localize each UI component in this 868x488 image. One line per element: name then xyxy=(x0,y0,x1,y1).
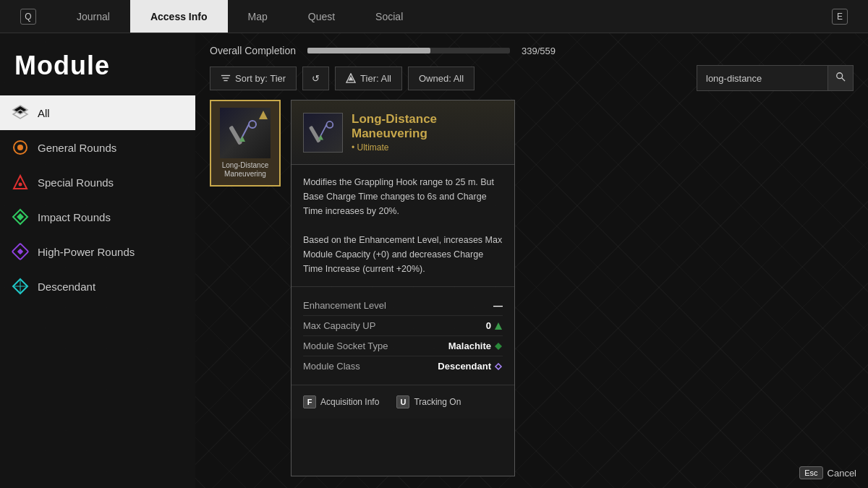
nav-e-key[interactable]: E xyxy=(812,0,868,33)
svg-marker-24 xyxy=(239,136,245,142)
tracking-label: Tracking On xyxy=(414,397,461,407)
acquisition-info-button[interactable]: F Acquisition Info xyxy=(303,393,385,411)
sidebar-item-high-power-rounds-label: High-Power Rounds xyxy=(38,246,135,258)
owned-filter-button[interactable]: Owned: All xyxy=(408,67,475,90)
sidebar: Module All General Rounds Special Rounds xyxy=(0,33,195,488)
svg-point-26 xyxy=(326,121,333,128)
svg-point-3 xyxy=(17,145,23,150)
nav-quest-label: Quest xyxy=(308,11,335,22)
sidebar-item-all-label: All xyxy=(38,107,50,119)
svg-marker-30 xyxy=(495,343,502,350)
sidebar-item-all[interactable]: All xyxy=(0,95,195,130)
sidebar-item-special-rounds[interactable]: Special Rounds xyxy=(0,165,195,200)
nav-journal-label: Journal xyxy=(77,11,110,22)
nav-access-info[interactable]: Access Info xyxy=(130,0,228,33)
special-rounds-icon xyxy=(12,174,29,191)
detail-description: Modifies the Grappling Hook range to 25 … xyxy=(292,165,514,287)
nav-social[interactable]: Social xyxy=(355,0,423,33)
sort-label: Sort by: Tier xyxy=(235,73,286,84)
top-navigation: Q Journal Access Info Map Quest Social E xyxy=(0,0,868,33)
page-title: Module xyxy=(0,45,195,95)
ultimate-badge-icon xyxy=(258,110,268,120)
content-area: Long-DistanceManeuvering Lon xyxy=(210,100,854,476)
capacity-up-icon xyxy=(494,322,503,330)
stat-class-label: Module Class xyxy=(303,361,360,372)
f-key: F xyxy=(303,395,316,408)
nav-quest[interactable]: Quest xyxy=(288,0,355,33)
svg-point-18 xyxy=(837,73,843,79)
stat-enhancement-label: Enhancement Level xyxy=(303,300,386,311)
descendant-icon xyxy=(12,278,29,295)
nav-access-info-label: Access Info xyxy=(150,11,208,22)
svg-marker-28 xyxy=(318,135,323,140)
right-panel: Overall Completion 339/559 Sort by: Tier… xyxy=(195,33,868,488)
svg-marker-4 xyxy=(14,176,27,189)
e-key-indicator: E xyxy=(832,9,848,25)
cancel-label: Cancel xyxy=(827,468,856,479)
detail-module-rarity: • Ultimate xyxy=(352,142,503,153)
stat-row-capacity: Max Capacity UP 0 xyxy=(303,316,503,336)
detail-module-icon xyxy=(303,113,343,153)
stat-row-enhancement: Enhancement Level — xyxy=(303,296,503,316)
detail-panel: Long-Distance Maneuvering • Ultimate Mod… xyxy=(291,100,515,476)
svg-marker-20 xyxy=(259,111,268,119)
search-box xyxy=(697,65,854,91)
nav-map[interactable]: Map xyxy=(228,0,288,33)
esc-cancel[interactable]: Esc Cancel xyxy=(799,466,856,479)
module-card-label: Long-DistanceManeuvering xyxy=(219,158,271,179)
detail-title-block: Long-Distance Maneuvering • Ultimate xyxy=(352,112,503,153)
search-icon xyxy=(835,72,846,82)
general-rounds-icon xyxy=(12,139,29,156)
sort-icon xyxy=(221,73,231,83)
sidebar-item-high-power-rounds[interactable]: High-Power Rounds xyxy=(0,234,195,269)
completion-label: Overall Completion xyxy=(210,45,296,56)
stat-row-class: Module Class Descendant xyxy=(303,356,503,376)
sidebar-item-descendant[interactable]: Descendant xyxy=(0,269,195,304)
sort-button[interactable]: Sort by: Tier xyxy=(210,67,297,90)
sidebar-item-impact-rounds-label: Impact Rounds xyxy=(38,211,111,223)
stat-row-socket: Module Socket Type Malachite xyxy=(303,336,503,356)
nav-q-key[interactable]: Q xyxy=(0,0,56,33)
completion-row: Overall Completion 339/559 xyxy=(210,45,854,56)
svg-rect-25 xyxy=(308,126,320,143)
svg-marker-7 xyxy=(17,213,24,221)
reset-icon: ↺ xyxy=(312,73,320,84)
module-card-long-distance[interactable]: Long-DistanceManeuvering xyxy=(210,100,281,187)
detail-footer: F Acquisition Info U Tracking On xyxy=(292,385,514,419)
nav-map-label: Map xyxy=(248,11,268,22)
svg-marker-29 xyxy=(495,322,502,330)
stat-socket-label: Module Socket Type xyxy=(303,341,388,351)
malachite-icon xyxy=(494,342,503,351)
owned-filter-label: Owned: All xyxy=(419,73,464,84)
search-input[interactable] xyxy=(697,67,827,90)
svg-marker-31 xyxy=(495,364,501,369)
high-power-rounds-icon xyxy=(12,243,29,260)
tier-filter-button[interactable]: Tier: All xyxy=(335,67,402,90)
svg-point-22 xyxy=(249,121,256,128)
nav-journal[interactable]: Journal xyxy=(56,0,130,33)
module-card-image xyxy=(220,108,271,158)
sidebar-item-impact-rounds[interactable]: Impact Rounds xyxy=(0,200,195,234)
sidebar-item-descendant-label: Descendant xyxy=(38,281,95,293)
acquisition-info-label: Acquisition Info xyxy=(320,397,379,407)
tracking-button[interactable]: U Tracking On xyxy=(396,393,467,411)
stat-enhancement-value: — xyxy=(493,300,503,311)
reset-button[interactable]: ↺ xyxy=(302,67,329,90)
descendant-class-icon xyxy=(494,362,503,371)
stat-capacity-value: 0 xyxy=(486,320,503,331)
nav-social-label: Social xyxy=(375,11,403,22)
u-key: U xyxy=(396,395,409,408)
completion-progress-bar xyxy=(307,48,510,53)
layers-icon xyxy=(12,104,29,121)
sidebar-item-general-rounds[interactable]: General Rounds xyxy=(0,130,195,165)
tier-filter-label: Tier: All xyxy=(360,73,391,84)
detail-module-name: Long-Distance Maneuvering xyxy=(352,112,503,141)
filter-row: Sort by: Tier ↺ Tier: All Owned: All xyxy=(210,65,854,91)
search-button[interactable] xyxy=(827,66,853,90)
sidebar-item-general-rounds-label: General Rounds xyxy=(38,142,116,154)
svg-rect-21 xyxy=(229,125,242,145)
svg-line-19 xyxy=(842,78,845,81)
main-content: Module All General Rounds Special Rounds xyxy=(0,33,868,488)
detail-stats: Enhancement Level — Max Capacity UP 0 xyxy=(292,287,514,385)
svg-rect-9 xyxy=(17,249,23,254)
